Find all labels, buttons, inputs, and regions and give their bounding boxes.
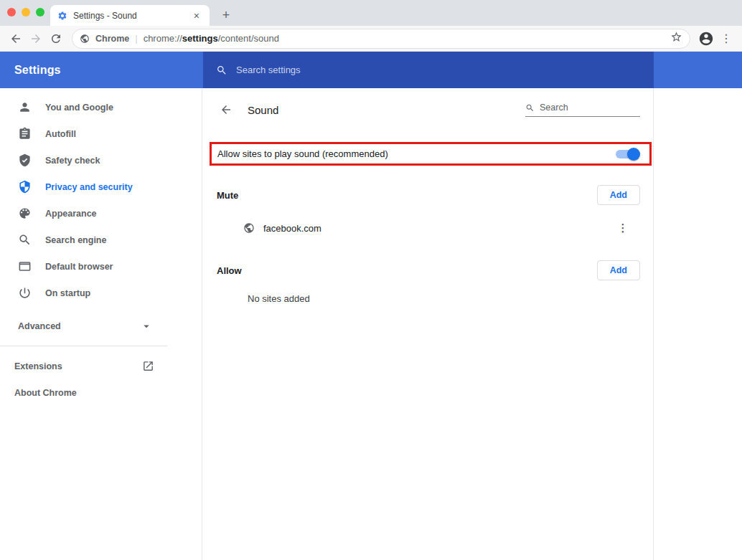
new-tab-button[interactable]: + bbox=[217, 6, 235, 24]
address-bar-url: chrome://settings/content/sound bbox=[144, 33, 279, 44]
sidebar-item-label: Search engine bbox=[45, 235, 106, 245]
palette-icon bbox=[18, 207, 32, 220]
sidebar-item-label: You and Google bbox=[45, 103, 113, 113]
search-icon bbox=[525, 103, 535, 113]
allow-empty-state: No sites added bbox=[202, 293, 653, 304]
settings-sidebar: You and Google Autofill Safety check Pri… bbox=[0, 88, 202, 560]
more-vert-icon: ⋮ bbox=[618, 222, 629, 234]
settings-title: Settings bbox=[0, 52, 203, 88]
forward-button[interactable] bbox=[26, 29, 46, 49]
mute-section-header: Mute Add bbox=[202, 185, 653, 205]
mute-add-button[interactable]: Add bbox=[597, 185, 640, 205]
browser-icon bbox=[18, 260, 32, 273]
tab-settings-sound[interactable]: Settings - Sound × bbox=[50, 5, 210, 26]
page-back-button[interactable] bbox=[216, 100, 236, 120]
extensions-label: Extensions bbox=[14, 361, 62, 371]
search-icon bbox=[216, 65, 227, 76]
sidebar-item-on-startup[interactable]: On startup bbox=[0, 280, 202, 306]
avatar-icon bbox=[698, 31, 714, 47]
page-header: Sound bbox=[202, 92, 653, 127]
address-bar-chrome-label: Chrome bbox=[95, 34, 129, 44]
address-bar-separator: | bbox=[135, 33, 137, 44]
sidebar-item-search-engine[interactable]: Search engine bbox=[0, 227, 202, 253]
minimize-window-button[interactable] bbox=[22, 8, 30, 16]
sidebar-item-about-chrome[interactable]: About Chrome bbox=[0, 379, 202, 406]
back-arrow-icon bbox=[9, 32, 22, 45]
window-controls bbox=[7, 8, 44, 16]
autofill-icon bbox=[18, 127, 32, 141]
power-icon bbox=[18, 286, 32, 300]
sidebar-item-label: Safety check bbox=[45, 156, 100, 166]
about-chrome-label: About Chrome bbox=[14, 388, 77, 398]
allow-sound-toggle[interactable] bbox=[616, 147, 640, 161]
back-arrow-icon bbox=[220, 103, 233, 116]
shield-check-icon bbox=[18, 153, 32, 167]
external-link-icon bbox=[142, 360, 154, 372]
sidebar-item-appearance[interactable]: Appearance bbox=[0, 200, 202, 227]
tab-close-icon[interactable]: × bbox=[191, 9, 202, 22]
settings-header: Settings bbox=[0, 52, 742, 88]
search-icon bbox=[18, 233, 32, 247]
page-title: Sound bbox=[248, 104, 278, 116]
tab-strip: Settings - Sound × + bbox=[0, 0, 742, 26]
site-name: facebook.com bbox=[263, 223, 604, 234]
toggle-knob bbox=[627, 148, 640, 161]
reload-icon bbox=[50, 32, 62, 45]
sidebar-item-privacy-and-security[interactable]: Privacy and security bbox=[0, 174, 202, 200]
sidebar-divider bbox=[0, 346, 167, 346]
advanced-label: Advanced bbox=[18, 321, 61, 331]
maximize-window-button[interactable] bbox=[36, 8, 44, 16]
allow-section-title: Allow bbox=[217, 265, 242, 276]
browser-window: Settings - Sound × + Chrome | chrome://s… bbox=[0, 0, 742, 560]
browser-menu-button[interactable]: ⋮ bbox=[716, 29, 736, 49]
allow-sound-toggle-row[interactable]: Allow sites to play sound (recommended) bbox=[212, 144, 649, 163]
url-scheme: chrome:// bbox=[144, 33, 182, 44]
sidebar-item-safety-check[interactable]: Safety check bbox=[0, 147, 202, 174]
sidebar-item-label: Privacy and security bbox=[45, 182, 133, 192]
reload-button[interactable] bbox=[46, 29, 66, 49]
sidebar-item-label: Autofill bbox=[45, 129, 76, 139]
settings-search-input[interactable] bbox=[236, 65, 523, 75]
url-path: /content/sound bbox=[218, 33, 279, 44]
more-vert-icon: ⋮ bbox=[720, 32, 732, 45]
sidebar-advanced-toggle[interactable]: Advanced bbox=[0, 313, 202, 339]
site-globe-icon bbox=[243, 222, 255, 234]
settings-search-box[interactable] bbox=[203, 52, 654, 88]
profile-avatar-button[interactable] bbox=[696, 29, 716, 49]
sidebar-item-autofill[interactable]: Autofill bbox=[0, 120, 202, 147]
tab-title: Settings - Sound bbox=[73, 11, 185, 21]
chevron-down-icon bbox=[140, 320, 153, 333]
page-search-input[interactable] bbox=[540, 103, 626, 113]
shield-icon bbox=[18, 180, 32, 194]
url-host: settings bbox=[182, 33, 218, 44]
site-info-globe-icon bbox=[80, 34, 90, 44]
bookmark-star-button[interactable] bbox=[670, 31, 682, 46]
sound-settings-card: Sound Allow sites to play sound (recomme… bbox=[202, 88, 654, 560]
annotation-highlight-box: Allow sites to play sound (recommended) bbox=[210, 142, 652, 166]
settings-body: You and Google Autofill Safety check Pri… bbox=[0, 88, 742, 560]
allow-section-header: Allow Add bbox=[202, 260, 653, 280]
sidebar-item-label: Default browser bbox=[45, 262, 113, 272]
mute-section-title: Mute bbox=[217, 190, 238, 201]
page-search-field[interactable] bbox=[525, 103, 640, 117]
sidebar-item-you-and-google[interactable]: You and Google bbox=[0, 94, 202, 120]
toggle-label: Allow sites to play sound (recommended) bbox=[217, 148, 388, 159]
muted-site-row: facebook.com ⋮ bbox=[202, 215, 653, 241]
back-button[interactable] bbox=[6, 29, 26, 49]
sidebar-item-label: On startup bbox=[45, 288, 90, 298]
sidebar-item-label: Appearance bbox=[45, 209, 97, 219]
site-more-actions-button[interactable]: ⋮ bbox=[613, 218, 633, 238]
sidebar-item-default-browser[interactable]: Default browser bbox=[0, 253, 202, 280]
allow-add-button[interactable]: Add bbox=[597, 260, 640, 280]
address-bar[interactable]: Chrome | chrome://settings/content/sound bbox=[72, 29, 690, 49]
sidebar-item-extensions[interactable]: Extensions bbox=[0, 353, 202, 379]
star-icon bbox=[670, 31, 682, 43]
settings-gear-favicon-icon bbox=[57, 11, 67, 21]
navigation-bar: Chrome | chrome://settings/content/sound… bbox=[0, 26, 742, 52]
forward-arrow-icon bbox=[29, 32, 42, 45]
person-icon bbox=[18, 100, 32, 114]
close-window-button[interactable] bbox=[7, 8, 16, 16]
